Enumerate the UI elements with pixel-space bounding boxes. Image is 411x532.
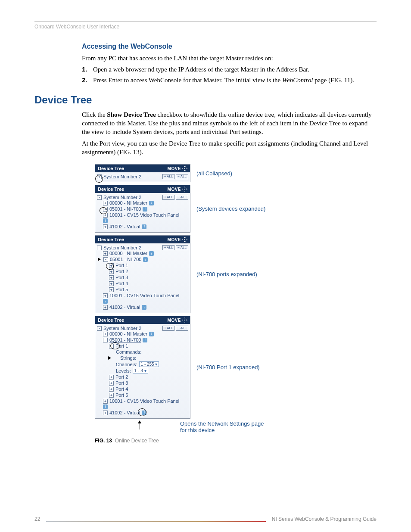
tree-node-device[interactable]: 41002 - Virtual <box>109 410 140 415</box>
tree-node-device[interactable]: 00000 - NI Master <box>109 251 147 256</box>
collapse-all-button[interactable]: − ALL <box>176 245 188 250</box>
arrow-up-icon <box>138 420 141 423</box>
tree-node-port[interactable]: Port 2 <box>115 269 128 274</box>
tree-node-port[interactable]: Port 4 <box>115 281 128 286</box>
tree-node-port[interactable]: Port 3 <box>115 275 128 280</box>
collapse-all-button[interactable]: − ALL <box>176 326 188 331</box>
expand-all-button[interactable]: + ALL <box>162 245 175 250</box>
collapse-icon[interactable]: - <box>103 257 108 262</box>
expand-all-button[interactable]: + ALL <box>162 326 175 331</box>
info-icon[interactable]: i <box>143 257 148 262</box>
levels-dropdown[interactable]: 1 - 8 <box>133 368 148 373</box>
step-number: 1. <box>82 65 93 74</box>
tree-node-device[interactable]: 05001 - NI-700 <box>109 337 141 342</box>
port-commands-label[interactable]: Commands: <box>116 349 141 355</box>
expand-icon[interactable]: + <box>103 251 108 256</box>
port-channels-label: Channels: <box>116 362 137 367</box>
expand-icon[interactable]: + <box>103 224 108 229</box>
tree-node-port[interactable]: Port 5 <box>115 287 128 292</box>
move-icon <box>182 237 187 242</box>
collapse-icon[interactable]: - <box>97 246 102 250</box>
info-icon[interactable]: i <box>149 201 154 205</box>
panel-title: Device Tree <box>98 317 124 323</box>
expand-icon[interactable]: + <box>103 201 108 205</box>
panel-title: Device Tree <box>98 237 124 242</box>
collapse-all-button[interactable]: − ALL <box>176 195 188 200</box>
tree-node-device[interactable]: 00000 - NI Master <box>109 200 147 205</box>
expand-icon[interactable]: + <box>103 411 108 415</box>
paragraph: At the Port view, you can use the Device… <box>82 139 377 157</box>
expand-icon[interactable]: + <box>109 387 114 392</box>
collapse-icon[interactable]: - <box>97 195 102 200</box>
tree-node-port[interactable]: Port 2 <box>115 374 128 380</box>
move-handle[interactable]: MOVE <box>168 317 187 323</box>
port-levels-label: Levels: <box>116 368 131 373</box>
move-handle[interactable]: MOVE <box>168 187 187 192</box>
tree-node-device[interactable]: 10001 - CV15 Video Touch Panel <box>109 398 179 404</box>
move-handle[interactable]: MOVE <box>168 166 187 171</box>
move-icon <box>182 317 187 323</box>
device-tree-panel: Device Tree MOVE + System Number 2 <box>95 164 190 182</box>
callout-circle <box>106 263 114 270</box>
tree-node-device[interactable]: 10001 - CV15 Video Touch Panel <box>109 212 179 218</box>
expand-icon[interactable]: + <box>103 293 108 298</box>
expand-icon[interactable]: + <box>109 275 114 280</box>
callout-circle <box>138 408 146 416</box>
info-icon[interactable]: i <box>142 305 146 310</box>
tree-node-port[interactable]: Port 3 <box>115 380 128 386</box>
info-icon[interactable]: i <box>149 251 154 256</box>
expand-icon[interactable]: + <box>103 332 108 336</box>
channels-dropdown[interactable]: 1 - 255 <box>139 361 159 367</box>
tree-node-port[interactable]: Port 5 <box>115 392 128 398</box>
expand-icon[interactable]: + <box>109 375 114 380</box>
expand-icon[interactable]: + <box>103 305 108 310</box>
collapse-icon[interactable]: - <box>97 326 102 331</box>
info-icon[interactable]: i <box>149 332 154 336</box>
panel-caption: (NI-700 Port 1 expanded) <box>196 364 260 370</box>
panel-title: Device Tree <box>98 187 124 192</box>
tree-node-device[interactable]: 41002 - Virtual <box>109 305 140 310</box>
tree-node-system[interactable]: System Number 2 <box>103 245 141 250</box>
tree-node-device[interactable]: 05001 - NI-700 <box>109 206 141 212</box>
tree-node-device[interactable]: 10001 - CV15 Video Touch Panel <box>109 293 179 298</box>
step-item: 2. Press Enter to access WebConsole for … <box>82 76 377 84</box>
info-icon[interactable]: i <box>142 224 146 229</box>
tree-node-system[interactable]: System Number 2 <box>103 195 141 200</box>
move-handle[interactable]: MOVE <box>168 237 187 242</box>
port-strings-label[interactable]: Strings: <box>120 355 136 361</box>
tree-node-port[interactable]: Port 1 <box>115 263 128 268</box>
collapse-all-button[interactable]: − ALL <box>176 174 188 179</box>
expand-icon[interactable]: + <box>109 393 114 398</box>
expand-icon[interactable]: + <box>103 399 108 404</box>
intro-text: From any PC that has access to the LAN t… <box>82 54 377 62</box>
tree-node-device[interactable]: 05001 - NI-700 <box>110 257 141 262</box>
tree-node-system[interactable]: System Number 2 <box>103 174 141 179</box>
panel-caption: (NI-700 ports expanded) <box>196 271 257 277</box>
info-icon[interactable]: i <box>103 218 108 223</box>
expand-all-button[interactable]: + ALL <box>162 195 175 200</box>
expand-icon[interactable]: + <box>109 281 114 286</box>
device-tree-panel: Device Tree MOVE - System Number 2 <box>95 316 190 419</box>
tree-node-device[interactable]: 00000 - NI Master <box>109 331 147 336</box>
page-number: 22 <box>34 516 40 522</box>
tree-node-device[interactable]: 41002 - Virtual <box>109 224 140 229</box>
expand-icon[interactable]: + <box>109 269 114 274</box>
panel-caption: (System devices expanded) <box>196 205 265 212</box>
pointer-arrow <box>108 356 111 360</box>
expand-all-button[interactable]: + ALL <box>162 174 175 179</box>
step-text: Open a web browser nd type the IP Addres… <box>93 65 309 74</box>
collapse-icon[interactable]: - <box>103 338 108 342</box>
info-icon[interactable]: i <box>103 404 108 409</box>
tree-node-port[interactable]: Port 4 <box>115 386 128 392</box>
panel-caption: (all Collapsed) <box>196 170 232 177</box>
callout-circle <box>100 207 107 214</box>
info-icon[interactable]: i <box>143 207 147 212</box>
expand-icon[interactable]: + <box>109 381 114 386</box>
tree-node-system[interactable]: System Number 2 <box>103 326 141 331</box>
info-icon[interactable]: i <box>143 338 147 342</box>
info-icon[interactable]: i <box>103 299 108 304</box>
step-item: 1. Open a web browser nd type the IP Add… <box>82 65 377 74</box>
step-number: 2. <box>82 76 93 84</box>
expand-icon[interactable]: + <box>109 287 114 292</box>
steps-list: 1. Open a web browser nd type the IP Add… <box>82 65 377 84</box>
